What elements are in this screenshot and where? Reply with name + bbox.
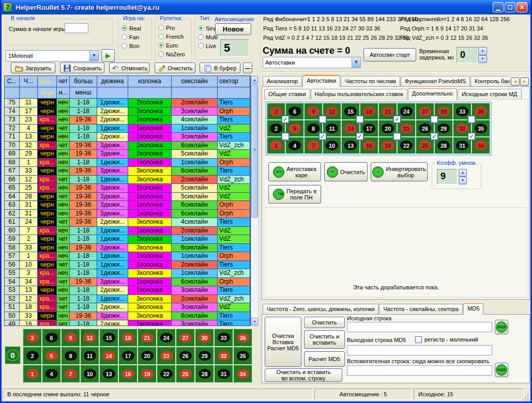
save-button[interactable]: Сохранить <box>60 63 104 73</box>
radio-french[interactable]: French <box>158 32 185 41</box>
board-cell-10[interactable]: 10 <box>81 365 99 382</box>
mode-combo[interactable]: Автоставки ▼ <box>263 57 361 68</box>
bet-checkbox[interactable] <box>393 132 401 141</box>
tab-дополнительно[interactable]: Дополнительно <box>408 88 457 100</box>
board-cell-12[interactable]: 12 <box>81 329 99 346</box>
board-cell-31[interactable]: 31 <box>215 365 233 382</box>
board-cell-36[interactable]: 36 <box>234 329 252 346</box>
radio-icon[interactable] <box>158 25 164 30</box>
bet-checkbox[interactable] <box>318 115 327 123</box>
board-cell-1[interactable]: 1 <box>23 365 41 382</box>
bet-checkbox[interactable] <box>281 132 290 141</box>
spin-down-icon[interactable]: ▼ <box>478 55 487 64</box>
load-button[interactable]: Загрузить <box>11 63 55 73</box>
invert-selection-button[interactable]: ± Инвертировать выбор <box>371 162 428 181</box>
md5-clear-paste-button[interactable]: Очистить и вставить <box>304 330 345 349</box>
md5-run-button-2[interactable]: МД5 <box>495 363 508 377</box>
board-cell-17[interactable]: 17 <box>119 347 137 364</box>
tab-частота-zero-шансы-дюжины-колонки[interactable]: Частота - Zero, шансы, дюжины, колонки <box>263 304 378 315</box>
board-cell-19[interactable]: 19 <box>138 365 156 382</box>
tab-исходные-строки-мд[interactable]: Исходные строки МД <box>458 89 522 100</box>
md5-aux-input[interactable] <box>347 365 492 376</box>
bet-checkbox[interactable] <box>356 115 364 123</box>
tab-scroll-right-icon[interactable]: ► <box>520 78 529 86</box>
radio-icon[interactable] <box>121 34 127 40</box>
radio-icon[interactable] <box>158 42 164 48</box>
radio-icon[interactable] <box>198 25 204 31</box>
bet-checkbox-checked[interactable]: ✓ <box>467 132 476 141</box>
tab-контроль-банкрол[interactable]: Контроль банкрол <box>470 76 510 87</box>
board-cell-8[interactable]: 8 <box>62 347 80 364</box>
tab-функционал-psevdoms[interactable]: Функционал PsevdoMS <box>401 76 470 87</box>
scroll-up-icon[interactable]: ▲ <box>251 76 258 84</box>
md5-output-input[interactable] <box>347 345 492 355</box>
board-cell-25[interactable]: 25 <box>176 365 194 382</box>
board-cell-14[interactable]: 14 <box>100 347 118 364</box>
board-cell-7[interactable]: 7 <box>62 365 80 382</box>
chevron-down-icon[interactable]: ▼ <box>89 51 98 61</box>
radio-real[interactable]: Real <box>121 24 141 33</box>
bet-checkbox-checked[interactable]: ✓ <box>430 132 438 141</box>
radio-nozero[interactable]: NoZero <box>158 50 185 58</box>
board-cell-32[interactable]: 32 <box>215 347 233 364</box>
board-cell-22[interactable]: 22 <box>157 365 175 382</box>
board-cell-28[interactable]: 28 <box>195 365 214 382</box>
md5-clear-button[interactable]: Очистить <box>304 317 345 328</box>
tab-md5[interactable]: MD5 <box>463 303 483 315</box>
board-cell-16[interactable]: 16 <box>119 365 137 382</box>
autoshift-new-button[interactable]: Новое <box>215 23 251 35</box>
radio-icon[interactable] <box>121 43 127 49</box>
table-scrollbar[interactable]: ▲ ▼ <box>251 75 259 326</box>
board-cell-33[interactable]: 33 <box>215 329 233 346</box>
bet-checkbox-checked[interactable]: ✓ <box>393 115 401 123</box>
resize-grip[interactable] <box>523 394 529 400</box>
board-cell-29[interactable]: 29 <box>195 347 214 364</box>
zero-cell[interactable]: 0 <box>5 346 21 364</box>
delay-spinner[interactable]: ▲ ▼ <box>478 47 487 63</box>
radio-icon[interactable] <box>121 25 127 31</box>
autospin-button[interactable]: Автоспин старт <box>363 48 416 61</box>
tab-общие-ставки[interactable]: Общие ставки <box>264 89 310 100</box>
radio-icon[interactable] <box>198 43 204 49</box>
md5-clear-paste-aux-button[interactable]: Очистить и вставить во вспом. строку <box>265 368 342 382</box>
clear-button[interactable]: Очистить <box>155 63 195 73</box>
board-cell-6[interactable]: 6 <box>42 329 60 346</box>
coeff-spinner[interactable]: ▲ ▼ <box>459 169 467 184</box>
radio-icon[interactable] <box>198 34 204 40</box>
radio-euro[interactable]: Euro <box>158 41 185 50</box>
bet-checkbox[interactable] <box>467 115 476 123</box>
spin-up-icon[interactable]: ▲ <box>459 169 467 177</box>
maximize-button[interactable]: ☐ <box>505 2 515 12</box>
radio-pro[interactable]: Pro <box>158 23 185 32</box>
board-cell-26[interactable]: 26 <box>176 347 194 364</box>
bet-checkbox-checked[interactable]: ✓ <box>318 132 327 141</box>
board-cell-9[interactable]: 9 <box>62 329 80 346</box>
board-cell-35[interactable]: 35 <box>234 347 252 364</box>
transfer-pn-button[interactable]: →ПН Передать в поле ПН <box>268 185 321 204</box>
bet-checkbox-checked[interactable]: ✓ <box>356 132 364 141</box>
tab-частоты-по-числам[interactable]: Частоты по числам <box>341 76 400 87</box>
preset-combo[interactable]: 1Melonati ▼ <box>6 50 99 61</box>
board-cell-4[interactable]: 4 <box>42 365 60 382</box>
tab-scroll-left-icon[interactable]: ◄ <box>511 78 520 86</box>
board-cell-27[interactable]: 27 <box>176 329 194 346</box>
spin-down-icon[interactable]: ▼ <box>459 177 467 184</box>
md5-big-button[interactable]: Очистка Вставка Расчет MD5 <box>265 317 301 367</box>
minus-button[interactable]: — <box>243 63 252 73</box>
spin-up-icon[interactable]: ▲ <box>478 47 487 55</box>
radio-fan[interactable]: Fan <box>121 33 141 41</box>
to-buffer-button[interactable]: В буфер <box>200 63 240 73</box>
bet-checkbox[interactable] <box>430 115 438 123</box>
board-cell-21[interactable]: 21 <box>138 329 156 346</box>
board-cell-24[interactable]: 24 <box>157 329 175 346</box>
radio-icon[interactable] <box>158 34 164 39</box>
play-button[interactable]: ▶ <box>101 49 115 62</box>
board-cell-15[interactable]: 15 <box>100 329 118 346</box>
case-checkbox[interactable] <box>415 336 422 343</box>
board-cell-3[interactable]: 3 <box>23 329 41 346</box>
radio-live[interactable]: Live <box>198 41 218 50</box>
md5-calc-button[interactable]: Расчет MD5 <box>304 351 345 367</box>
scroll-down-icon[interactable]: ▼ <box>251 318 258 326</box>
radio-icon[interactable] <box>158 51 164 57</box>
board-cell-23[interactable]: 23 <box>157 347 175 364</box>
